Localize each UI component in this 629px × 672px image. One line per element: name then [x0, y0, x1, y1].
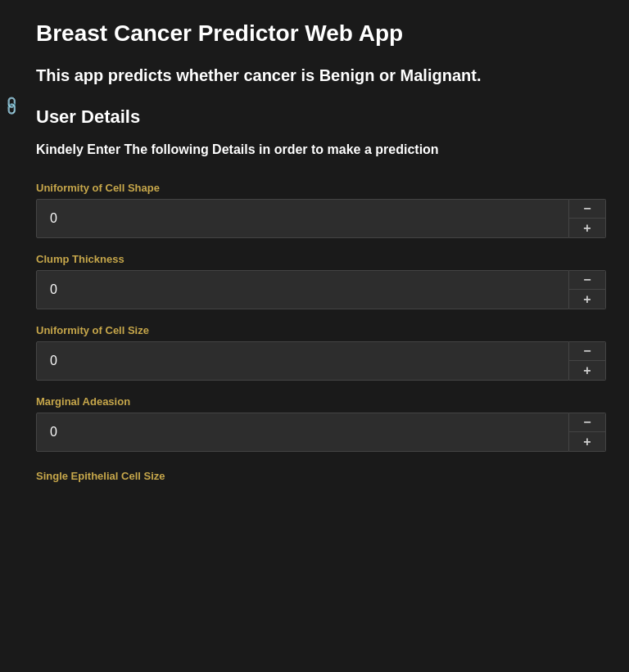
- field-row-cell_shape: − +: [36, 199, 606, 238]
- field-label-cell_size: Uniformity of Cell Size: [36, 324, 606, 336]
- field-label-marginal_adeasion: Marginal Adeasion: [36, 395, 606, 408]
- field-label-cell_shape: Uniformity of Cell Shape: [36, 182, 606, 194]
- input-cell_size[interactable]: [36, 341, 569, 381]
- field-group-marginal_adeasion: Marginal Adeasion − +: [36, 395, 606, 452]
- stepper-marginal_adeasion: − +: [569, 413, 606, 452]
- sidebar: 🔗: [0, 0, 23, 672]
- decrement-btn-clump_thickness[interactable]: −: [569, 271, 605, 291]
- increment-btn-marginal_adeasion[interactable]: +: [569, 432, 605, 451]
- increment-btn-cell_size[interactable]: +: [569, 361, 605, 380]
- stepper-cell_size: − +: [569, 341, 606, 381]
- instruction-text: Kindely Enter The following Details in o…: [36, 141, 606, 159]
- fields-container: Uniformity of Cell Shape − + Clump Thick…: [36, 182, 606, 482]
- field-group-cell_shape: Uniformity of Cell Shape − +: [36, 182, 606, 238]
- decrement-btn-cell_size[interactable]: −: [569, 342, 605, 362]
- decrement-btn-marginal_adeasion[interactable]: −: [569, 413, 605, 433]
- field-group-single_epithelial: Single Epithelial Cell Size: [36, 467, 606, 482]
- link-icon[interactable]: 🔗: [0, 95, 23, 118]
- field-row-marginal_adeasion: − +: [36, 413, 606, 452]
- app-description: This app predicts whether cancer is Beni…: [36, 64, 606, 87]
- section-title: User Details: [36, 106, 606, 128]
- field-row-clump_thickness: − +: [36, 270, 606, 309]
- app-title: Breast Cancer Predictor Web App: [36, 20, 606, 47]
- field-group-clump_thickness: Clump Thickness − +: [36, 253, 606, 309]
- field-row-cell_size: − +: [36, 341, 606, 381]
- main-content: Breast Cancer Predictor Web App This app…: [23, 0, 629, 672]
- decrement-btn-cell_shape[interactable]: −: [569, 200, 605, 219]
- increment-btn-cell_shape[interactable]: +: [569, 219, 605, 237]
- field-label-clump_thickness: Clump Thickness: [36, 253, 606, 265]
- stepper-cell_shape: − +: [569, 199, 606, 238]
- input-marginal_adeasion[interactable]: [36, 413, 569, 452]
- input-clump_thickness[interactable]: [36, 270, 569, 309]
- input-cell_shape[interactable]: [36, 199, 569, 238]
- increment-btn-clump_thickness[interactable]: +: [569, 290, 605, 309]
- field-group-cell_size: Uniformity of Cell Size − +: [36, 324, 606, 381]
- stepper-clump_thickness: − +: [569, 270, 606, 309]
- field-label-single_epithelial: Single Epithelial Cell Size: [36, 470, 606, 482]
